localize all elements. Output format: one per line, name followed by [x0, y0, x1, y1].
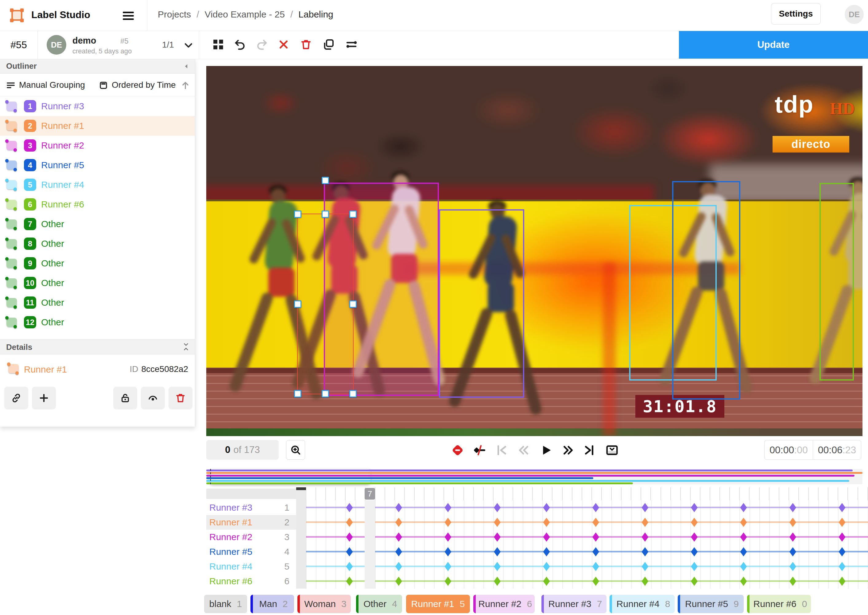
settings-button[interactable]: Settings: [771, 3, 821, 25]
keyframe-diamond[interactable]: [543, 577, 550, 586]
view-all-button[interactable]: [209, 36, 227, 53]
region-list-item[interactable]: 8 Other: [0, 234, 195, 253]
timeline-row-label[interactable]: Runner #5 4: [206, 545, 296, 559]
keyframe-diamond[interactable]: [445, 577, 451, 586]
minimap-playhead[interactable]: [210, 469, 211, 484]
keyframe-diamond[interactable]: [346, 547, 353, 556]
keyframe-diamond[interactable]: [346, 577, 353, 586]
order-toggle[interactable]: Ordered by Time: [112, 80, 176, 90]
keyframe-diamond[interactable]: [592, 532, 599, 542]
keyframe-remove-icon[interactable]: [449, 441, 466, 459]
keyframe-diamond[interactable]: [346, 503, 353, 512]
keyframe-diamond[interactable]: [395, 518, 402, 527]
timeline-row-label[interactable]: Runner #1 2: [206, 515, 296, 530]
keyframe-diamond[interactable]: [494, 532, 501, 542]
keyframe-diamond[interactable]: [691, 562, 698, 571]
region-list-item[interactable]: 2 Runner #1: [0, 116, 195, 136]
hide-region-button[interactable]: [141, 387, 165, 409]
collapse-left-icon[interactable]: [183, 63, 189, 69]
keyframe-toggle-icon[interactable]: [470, 441, 488, 459]
label-hotkey-button[interactable]: Runner #48: [610, 595, 674, 613]
link-region-button[interactable]: [4, 387, 28, 409]
timeline-minimap[interactable]: [206, 469, 862, 484]
keyframe-diamond[interactable]: [691, 532, 698, 542]
keyframe-diamond[interactable]: [592, 577, 599, 586]
keyframe-diamond[interactable]: [592, 518, 599, 527]
region-list-item[interactable]: 10 Other: [0, 273, 195, 293]
rotate-handle[interactable]: [322, 177, 329, 184]
keyframe-diamond[interactable]: [642, 518, 649, 527]
keyframe-diamond[interactable]: [839, 577, 846, 586]
video-bbox-runner-1[interactable]: [297, 214, 354, 394]
keyframe-diamond[interactable]: [790, 547, 796, 556]
keyframe-diamond[interactable]: [346, 518, 353, 527]
keyframe-diamond[interactable]: [346, 532, 353, 542]
copy-icon[interactable]: [320, 36, 337, 53]
keyframe-diamond[interactable]: [395, 503, 402, 512]
resize-handle[interactable]: [294, 390, 301, 397]
keyframe-diamond[interactable]: [395, 547, 402, 556]
region-list-item[interactable]: 1 Runner #3: [0, 96, 195, 116]
keyframe-diamond[interactable]: [346, 562, 353, 571]
minimap-viewport[interactable]: [210, 469, 370, 484]
keyframe-diamond[interactable]: [691, 503, 698, 512]
collapse-timeline-icon[interactable]: [603, 441, 620, 459]
keyframe-diamond[interactable]: [445, 562, 451, 571]
resize-handle[interactable]: [294, 211, 301, 218]
keyframe-diamond[interactable]: [740, 532, 747, 542]
keyframe-diamond[interactable]: [790, 577, 796, 586]
timeline-row-label[interactable]: Runner #2 3: [206, 530, 296, 545]
keyframe-diamond[interactable]: [445, 547, 451, 556]
keyframe-diamond[interactable]: [839, 562, 846, 571]
resize-handle[interactable]: [294, 300, 301, 308]
timeline-row-label[interactable]: Runner #4 5: [206, 559, 296, 574]
region-list-item[interactable]: 4 Runner #5: [0, 155, 195, 175]
keyframe-diamond[interactable]: [839, 518, 846, 527]
time-position-input[interactable]: 00:00:00: [764, 440, 813, 460]
video-canvas[interactable]: tdp HD directo 31:01.8: [206, 66, 862, 436]
keyframe-diamond[interactable]: [543, 532, 550, 542]
keyframe-diamond[interactable]: [494, 518, 501, 527]
video-bbox-runner-5[interactable]: [672, 181, 740, 400]
keyframe-diamond[interactable]: [790, 503, 796, 512]
keyframe-diamond[interactable]: [691, 577, 698, 586]
delete-region-button[interactable]: [169, 387, 192, 409]
keyframe-diamond[interactable]: [543, 518, 550, 527]
label-hotkey-button[interactable]: Runner #60: [747, 595, 811, 613]
keyframe-diamond[interactable]: [740, 562, 747, 571]
play-icon[interactable]: [537, 441, 554, 459]
keyframe-diamond[interactable]: [395, 577, 402, 586]
resize-handle[interactable]: [349, 211, 357, 218]
add-relation-button[interactable]: [32, 387, 56, 409]
grouping-toggle[interactable]: Manual Grouping: [19, 80, 85, 90]
region-list-item[interactable]: 5 Runner #4: [0, 175, 195, 195]
keyframe-diamond[interactable]: [494, 562, 501, 571]
timeline-row-label[interactable]: Runner #3 1: [206, 500, 296, 515]
keyframe-diamond[interactable]: [642, 503, 649, 512]
previous-keyframe-icon[interactable]: [514, 441, 532, 459]
label-hotkey-button[interactable]: Other4: [356, 595, 402, 613]
sort-direction-icon[interactable]: [181, 80, 190, 90]
redo-icon[interactable]: [253, 36, 271, 53]
label-hotkey-button[interactable]: Runner #37: [542, 595, 606, 613]
keyframe-diamond[interactable]: [445, 503, 451, 512]
resize-handle[interactable]: [349, 300, 357, 308]
user-avatar[interactable]: DE: [845, 5, 864, 24]
region-list-item[interactable]: 7 Other: [0, 214, 195, 234]
resize-handle[interactable]: [322, 390, 329, 397]
skip-to-end-icon[interactable]: [581, 441, 598, 459]
skip-to-start-icon[interactable]: [493, 441, 510, 459]
keyframe-diamond[interactable]: [790, 532, 796, 542]
label-hotkey-button[interactable]: Man2: [250, 595, 294, 613]
region-list-item[interactable]: 11 Other: [0, 293, 195, 312]
keyframe-diamond[interactable]: [592, 503, 599, 512]
keyframe-diamond[interactable]: [790, 562, 796, 571]
keyframe-diamond[interactable]: [395, 532, 402, 542]
keyframe-diamond[interactable]: [839, 532, 846, 542]
label-hotkey-button[interactable]: blank1: [204, 595, 247, 613]
keyframe-diamond[interactable]: [839, 503, 846, 512]
keyframe-diamond[interactable]: [740, 518, 747, 527]
keyframe-diamond[interactable]: [642, 532, 649, 542]
keyframe-diamond[interactable]: [445, 532, 451, 542]
frame-counter[interactable]: 0 of 173: [206, 440, 279, 460]
